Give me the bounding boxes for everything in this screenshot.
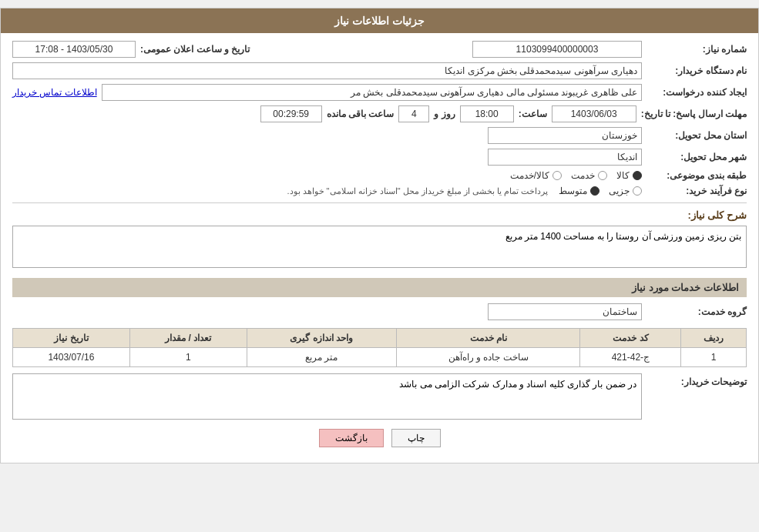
category-label: طبقه بندی موضوعی: [646, 170, 747, 181]
table-cell: 1403/07/16 [13, 348, 130, 367]
category-khadamat-radio[interactable] [598, 171, 607, 180]
process-jazei-option[interactable]: جزیی [609, 186, 642, 196]
province-value: خوزستان [488, 127, 642, 144]
deadline-days-label: روز و [434, 109, 455, 119]
col-header-date: تاریخ نیاز [13, 329, 130, 348]
buyer-notes-textarea[interactable] [12, 373, 642, 420]
deadline-date: 1403/06/03 [552, 105, 636, 122]
need-description-container [12, 226, 747, 270]
requester-row: ایجاد کننده درخواست: علی ظاهری غریبوند م… [12, 84, 747, 101]
org-name-label: نام دستگاه خریدار: [646, 65, 747, 76]
process-motavaset-option[interactable]: متوسط [559, 186, 599, 196]
deadline-time: 18:00 [460, 105, 514, 122]
need-number-value: 1103099400000003 [472, 41, 642, 58]
print-button[interactable]: چاپ [391, 429, 441, 447]
category-kala-khadamat-option[interactable]: کالا/خدمت [510, 170, 562, 181]
city-label: شهر محل تحویل: [646, 152, 747, 162]
province-row: استان محل تحویل: خوزستان [12, 127, 747, 144]
deadline-remaining-label: ساعت باقی مانده [327, 109, 395, 119]
back-button[interactable]: بازگشت [319, 429, 384, 447]
category-kala-khadamat-radio[interactable] [552, 171, 562, 180]
contact-info-link[interactable]: اطلاعات تماس خریدار [12, 87, 97, 98]
category-kala-radio[interactable] [633, 171, 642, 180]
deadline-label: مهلت ارسال پاسخ: تا تاریخ: [641, 109, 747, 119]
service-group-row: گروه خدمت: ساختمان [12, 303, 747, 320]
category-kala-khadamat-label: کالا/خدمت [510, 170, 549, 181]
process-radio-group: جزیی متوسط [559, 186, 642, 196]
service-group-label: گروه خدمت: [646, 306, 747, 317]
buyer-notes-row: توضیحات خریدار: [12, 373, 747, 420]
page-header: جزئیات اطلاعات نیاز [1, 8, 758, 33]
deadline-time-label: ساعت: [519, 109, 547, 119]
table-cell: 1 [129, 348, 247, 367]
deadline-remaining: 00:29:59 [260, 105, 322, 122]
table-cell: ساخت جاده و راه‌آهن [397, 348, 580, 367]
col-header-unit: واحد اندازه گیری [247, 329, 396, 348]
process-jazei-label: جزیی [609, 186, 630, 196]
col-header-quantity: تعداد / مقدار [129, 329, 247, 348]
category-kala-option[interactable]: کالا [616, 170, 642, 181]
table-row: 1ج-42-421ساخت جاده و راه‌آهنمتر مربع1140… [13, 348, 747, 367]
buyer-notes-label: توضیحات خریدار: [646, 376, 747, 387]
need-description-row: شرح کلی نیاز: [12, 209, 747, 221]
city-value: اندیکا [488, 149, 642, 166]
services-table-section: ردیف کد خدمت نام خدمت واحد اندازه گیری ت… [12, 328, 747, 367]
process-label: نوع فرآیند خرید: [646, 186, 747, 196]
province-label: استان محل تحویل: [646, 130, 747, 141]
org-name-value: دهیاری سرآهونی سیدمحمدقلی بخش مرکزی اندی… [12, 62, 642, 79]
col-header-service-code: کد خدمت [580, 329, 681, 348]
announcement-label: تاریخ و ساعت اعلان عمومی: [140, 44, 250, 55]
process-row: نوع فرآیند خرید: جزیی متوسط پرداخت تمام … [12, 186, 747, 196]
requester-value: علی ظاهری غریبوند مسئولی مالی دهیاری سرآ… [102, 84, 642, 101]
category-kala-label: کالا [616, 170, 630, 181]
table-cell: ج-42-421 [580, 348, 681, 367]
category-radio-group: کالا خدمت کالا/خدمت [510, 170, 642, 181]
col-header-service-name: نام خدمت [397, 329, 580, 348]
deadline-row: مهلت ارسال پاسخ: تا تاریخ: 1403/06/03 سا… [12, 105, 747, 122]
category-khadamat-option[interactable]: خدمت [571, 170, 607, 181]
category-khadamat-label: خدمت [571, 170, 595, 181]
need-number-label: شماره نیاز: [646, 44, 747, 55]
services-table: ردیف کد خدمت نام خدمت واحد اندازه گیری ت… [12, 328, 747, 367]
services-section-header: اطلاعات خدمات مورد نیاز [12, 278, 747, 297]
deadline-days: 4 [398, 105, 429, 122]
need-description-textarea[interactable] [12, 226, 747, 268]
footer-buttons: چاپ بازگشت [12, 429, 747, 447]
services-section-label: اطلاعات خدمات مورد نیاز [632, 282, 739, 293]
process-note: پرداخت تمام یا بخشی از مبلغ خریداز محل "… [287, 186, 548, 196]
table-cell: 1 [681, 348, 747, 367]
process-jazei-radio[interactable] [633, 186, 642, 196]
requester-label: ایجاد کننده درخواست: [646, 87, 747, 98]
need-description-label: شرح کلی نیاز: [646, 209, 747, 221]
col-header-row: ردیف [681, 329, 747, 348]
page-title: جزئیات اطلاعات نیاز [334, 15, 425, 27]
process-motavaset-radio[interactable] [590, 186, 599, 196]
announcement-value: 1403/05/30 - 17:08 [12, 41, 136, 58]
process-motavaset-label: متوسط [559, 186, 587, 196]
city-row: شهر محل تحویل: اندیکا [12, 149, 747, 166]
category-row: طبقه بندی موضوعی: کالا خدمت کالا/خدمت [12, 170, 747, 181]
need-number-row: شماره نیاز: 1103099400000003 تاریخ و ساع… [12, 41, 747, 58]
service-group-value: ساختمان [488, 303, 642, 320]
table-cell: متر مربع [247, 348, 396, 367]
org-name-row: نام دستگاه خریدار: دهیاری سرآهونی سیدمحم… [12, 62, 747, 79]
